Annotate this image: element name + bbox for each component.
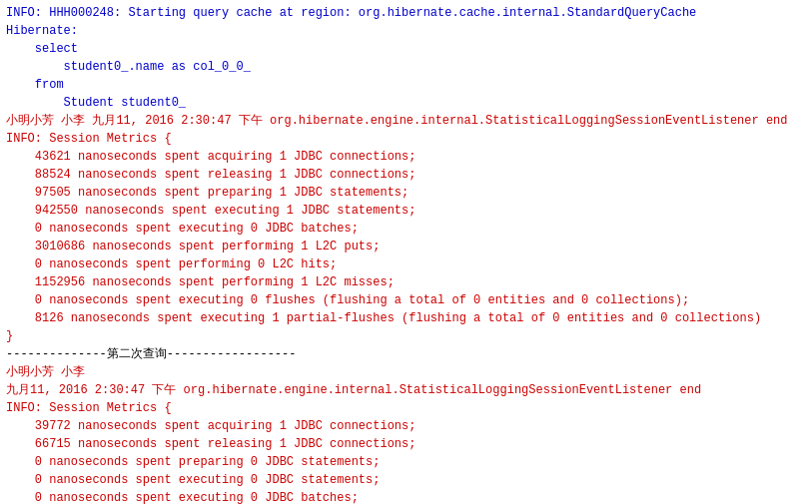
log-output: INFO: HHH000248: Starting query cache at… — [0, 0, 812, 504]
log-line: 小明小芳 小李 九月11, 2016 2:30:47 下午 org.hibern… — [6, 112, 806, 130]
log-line: 1152956 nanoseconds spent performing 1 L… — [6, 273, 806, 291]
log-line: 九月11, 2016 2:30:47 下午 org.hibernate.engi… — [6, 381, 806, 399]
log-line: 88524 nanoseconds spent releasing 1 JDBC… — [6, 166, 806, 184]
log-line: Hibernate: — [6, 22, 806, 40]
log-line: 0 nanoseconds spent executing 0 JDBC bat… — [6, 220, 806, 238]
log-line: 小明小芳 小李 — [6, 363, 806, 381]
log-line: --------------第二次查询------------------ — [6, 345, 806, 363]
log-line: 97505 nanoseconds spent preparing 1 JDBC… — [6, 184, 806, 202]
log-line: 39772 nanoseconds spent acquiring 1 JDBC… — [6, 417, 806, 435]
log-line: INFO: Session Metrics { — [6, 130, 806, 148]
log-line: 0 nanoseconds spent executing 0 flushes … — [6, 291, 806, 309]
log-line: 0 nanoseconds spent preparing 0 JDBC sta… — [6, 453, 806, 471]
log-line: student0_.name as col_0_0_ — [6, 58, 806, 76]
log-line: 0 nanoseconds spent executing 0 JDBC bat… — [6, 489, 806, 504]
log-line: from — [6, 76, 806, 94]
log-line: 8126 nanoseconds spent executing 1 parti… — [6, 309, 806, 327]
log-line: 66715 nanoseconds spent releasing 1 JDBC… — [6, 435, 806, 453]
log-line: Student student0_ — [6, 94, 806, 112]
log-line: select — [6, 40, 806, 58]
log-line: } — [6, 327, 806, 345]
log-line: 942550 nanoseconds spent executing 1 JDB… — [6, 202, 806, 220]
log-line: 43621 nanoseconds spent acquiring 1 JDBC… — [6, 148, 806, 166]
log-line: INFO: HHH000248: Starting query cache at… — [6, 4, 806, 22]
log-line: 0 nanoseconds spent executing 0 JDBC sta… — [6, 471, 806, 489]
log-line: INFO: Session Metrics { — [6, 399, 806, 417]
log-line: 3010686 nanoseconds spent performing 1 L… — [6, 238, 806, 255]
log-line: 0 nanoseconds spent performing 0 L2C hit… — [6, 255, 806, 273]
